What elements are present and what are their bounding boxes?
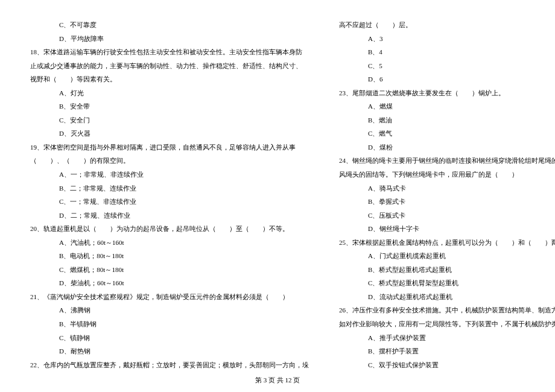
option-26b: B、摆杆护手装置 (339, 344, 555, 358)
option-18a: A、灯光 (30, 86, 309, 100)
option-19d: D、二；常规、连续作业 (30, 209, 309, 223)
question-18-line3: 视野和（ ）等因素有关。 (30, 72, 309, 86)
page-footer: 第 3 页 共 12 页 (0, 376, 555, 385)
option-21a: A、沸腾钢 (30, 303, 309, 317)
option-21d: D、耐热钢 (30, 344, 309, 358)
question-18-line1: 18、宋体道路运输车辆的行驶安全性包括主动安全性和被动安全性。主动安全性指车辆本… (30, 45, 309, 59)
option-24a: A、骑马式卡 (339, 182, 555, 195)
question-23: 23、尾部烟道二次燃烧事故主要发生在（ ）锅炉上。 (339, 86, 555, 100)
option-23c: C、燃气 (339, 127, 555, 141)
question-18-line2: 止或减少交通事故的能力，主要与车辆的制动性、动力性、操作稳定性、舒适性、结构尺寸… (30, 59, 309, 73)
question-26-line1: 26、冲压作业有多种安全技术措施。其中，机械防护装置结构简单、制造方便，但存在某… (339, 303, 555, 317)
option-21b: B、半镇静钢 (30, 317, 309, 331)
option-18b: B、安全带 (30, 100, 309, 113)
option-25d: D、流动式起重机塔式起重机 (339, 290, 555, 304)
option-19b: B、二；非常规、连续作业 (30, 182, 309, 195)
option-20d: D、柴油机；60t～160t (30, 276, 309, 290)
option-20a: A、汽油机；60t～160t (30, 236, 309, 250)
option-25a: A、门式起重机缆索起重机 (339, 249, 555, 263)
option-22a: A、3 (339, 32, 555, 46)
question-22-line2: 高不应超过（ ）层。 (339, 18, 555, 32)
option-24d: D、钢丝绳十字卡 (339, 222, 555, 236)
option-23d: D、煤粉 (339, 141, 555, 154)
question-22-line1: 22、仓库内的气瓶放置应整齐，戴好瓶帽；立放时，要妥善固定；横放时，头部朝同一方… (30, 358, 309, 372)
right-column: 高不应超过（ ）层。 A、3 B、4 C、5 D、6 23、尾部烟道二次燃烧事故… (339, 18, 555, 368)
option-24b: B、拳握式卡 (339, 195, 555, 209)
question-24-line1: 24、钢丝绳的绳卡主要用于钢丝绳的临时连接和钢丝绳穿绕滑轮组时尾绳的固结，以及扒… (339, 154, 555, 168)
option-17d: D、平均故障率 (30, 32, 309, 46)
left-column: C、不可靠度 D、平均故障率 18、宋体道路运输车辆的行驶安全性包括主动安全性和… (30, 18, 309, 368)
option-22d: D、6 (339, 72, 555, 86)
question-19-line2: （ ）、（ ）的有限空间。 (30, 154, 309, 168)
option-23b: B、燃油 (339, 113, 555, 127)
option-18d: D、灭火器 (30, 127, 309, 141)
option-25c: C、桥式型起重机臂架型起重机 (339, 276, 555, 290)
option-22b: B、4 (339, 45, 555, 59)
question-26-line2: 如对作业影响较大，应用有一定局限性等。下列装置中，不属于机械防护类型的是（ ） (339, 317, 555, 331)
option-17c: C、不可靠度 (30, 18, 309, 32)
option-24c: C、压板式卡 (339, 209, 555, 223)
question-25: 25、宋体根据起重机金属结构特点，起重机可以分为（ ）和（ ）两大类别。 (339, 236, 555, 250)
option-20b: B、电动机；80t～180t (30, 249, 309, 263)
option-19a: A、一；非常规、非连续作业 (30, 168, 309, 182)
option-20c: C、燃煤机；80t～180t (30, 263, 309, 277)
option-25b: B、桥式型起重机塔式起重机 (339, 263, 555, 277)
question-21: 21、《蒸汽锅炉安全技术监察规程》规定，制造锅炉受压元件的金属材料必须是（ ） (30, 290, 309, 304)
question-20: 20、轨道起重机是以（ ）为动力的起吊设备，起吊吨位从（ ）至（ ）不等。 (30, 222, 309, 236)
option-22c: C、5 (339, 59, 555, 73)
question-19-line1: 19、宋体密闭空间是指与外界相对隔离，进口受限，自然通风不良，足够容纳人进入并从… (30, 141, 309, 154)
option-18c: C、安全门 (30, 113, 309, 127)
question-24-line2: 风绳头的固结等。下列钢丝绳绳卡中，应用最广的是（ ） (339, 168, 555, 182)
option-21c: C、镇静钢 (30, 331, 309, 345)
option-23a: A、燃煤 (339, 100, 555, 113)
option-26a: A、推手式保护装置 (339, 331, 555, 345)
option-19c: C、一；常规、非连续作业 (30, 195, 309, 209)
content-columns: C、不可靠度 D、平均故障率 18、宋体道路运输车辆的行驶安全性包括主动安全性和… (30, 18, 525, 368)
option-26c: C、双手按钮式保护装置 (339, 358, 555, 372)
